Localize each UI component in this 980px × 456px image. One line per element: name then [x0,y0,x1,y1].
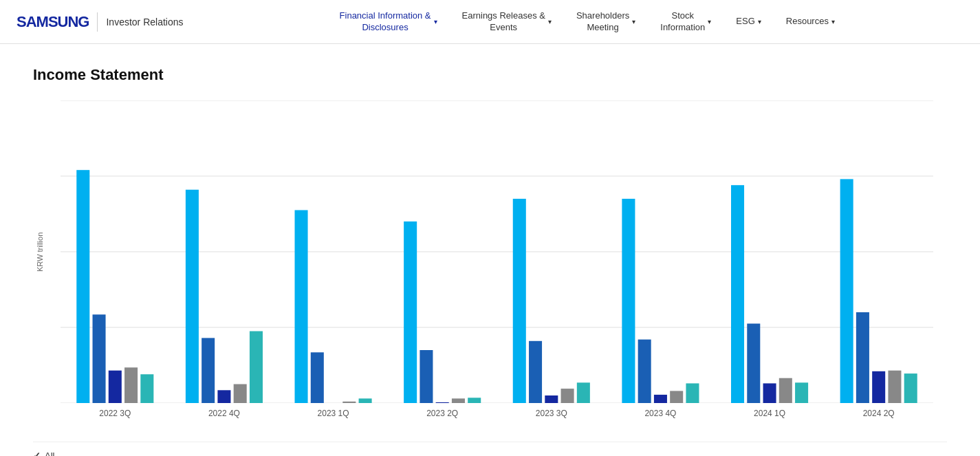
bar [513,199,526,403]
bar [747,324,760,404]
nav-links: Financial Information &Disclosures ▾ Ear… [211,10,963,34]
x-label-2024-2q: 2024 2Q [824,403,933,431]
bar [202,338,215,403]
nav-stock[interactable]: StockInformation ▾ [648,10,723,34]
chart-inner: 100 75 50 25 0 [61,100,933,403]
bar [654,395,667,403]
legend-all-label: All [45,450,54,456]
bar [840,179,853,403]
bar [217,390,230,403]
nav-shareholders[interactable]: ShareholdersMeeting ▾ [564,10,648,34]
bar [561,389,574,403]
brand: SAMSUNG Investor Relations [17,12,184,32]
x-label-2022-4q: 2022 4Q [170,403,279,431]
bar [577,382,590,403]
nav-earnings[interactable]: Earnings Releases &Events ▾ [450,10,564,34]
nav-resources[interactable]: Resources ▾ [774,10,847,34]
x-label-2022-3q: 2022 3Q [61,403,170,431]
bar [763,383,776,403]
legend-all[interactable]: ✓ All [33,450,947,456]
bar [311,352,324,403]
bar [140,374,153,403]
bar [420,350,433,403]
nav-financial[interactable]: Financial Information &Disclosures ▾ [327,10,450,34]
bar [731,185,744,403]
bar [250,332,263,404]
bar [529,341,542,403]
investor-relations-label: Investor Relations [106,17,183,28]
bar [468,398,481,403]
bar [904,373,917,403]
y-axis-label: KRW trillion [33,100,47,403]
bar [76,170,89,403]
samsung-logo: SAMSUNG [17,13,89,31]
bar [872,371,885,403]
bar [93,314,106,403]
x-label-2023-1q: 2023 1Q [279,403,388,431]
x-label-2023-3q: 2023 3Q [497,403,607,431]
bar [888,371,901,403]
chart-svg: 100 75 50 25 0 [61,100,933,403]
bar [109,371,122,403]
bar [638,340,651,403]
bar [686,383,699,403]
bar [124,367,138,403]
bar [234,384,247,404]
bar [404,221,417,403]
nav-divider [97,12,98,32]
page-title: Income Statement [33,66,947,84]
nav-esg[interactable]: ESG ▾ [723,10,773,34]
bar [186,190,199,403]
page-content: Income Statement KRW trillion 100 75 50 … [0,44,980,456]
chart-legend: ✓ All ✓ Revenue ✓ Gross profit ✓ Operati… [33,442,947,456]
x-label-2023-4q: 2023 4Q [606,403,715,431]
x-label-2024-1q: 2024 1Q [715,403,825,431]
bar [545,395,558,403]
bar [779,378,792,403]
income-statement-chart: KRW trillion 100 75 50 25 0 [33,100,947,431]
bar [359,398,372,403]
x-label-2023-2q: 2023 2Q [388,403,497,431]
bar [295,210,308,404]
bar [856,312,869,403]
navigation: SAMSUNG Investor Relations Financial Inf… [0,0,980,44]
bar [670,391,683,403]
x-axis-labels: 2022 3Q 2022 4Q 2023 1Q 2023 2Q 2023 3Q … [61,403,933,431]
bar [452,398,465,403]
bar [795,382,808,403]
bar [622,199,635,403]
